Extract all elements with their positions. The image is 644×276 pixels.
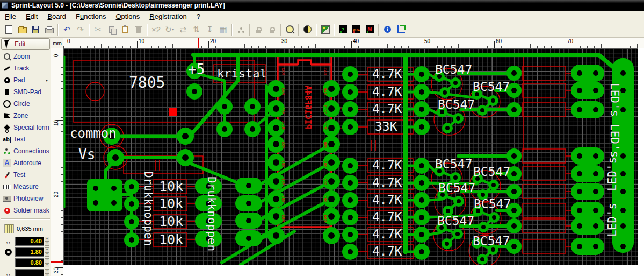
toolbar-separator: [231, 24, 233, 36]
pad-outer-field[interactable]: 1.80: [15, 247, 44, 257]
h-ruler-tick: 20: [210, 38, 216, 44]
macro-button[interactable]: M: [363, 23, 377, 36]
new-button[interactable]: [2, 23, 16, 36]
tool-autoroute[interactable]: AAutoroute: [0, 157, 51, 169]
undo-button[interactable]: ↶: [60, 23, 74, 36]
tool-photoview[interactable]: Photoview: [0, 193, 51, 204]
tool-smd-pad[interactable]: SMD-Pad: [0, 86, 51, 98]
pcb-text-bc547: BC547: [435, 63, 472, 76]
tool-zone[interactable]: Zone: [0, 110, 51, 122]
ic-pin-label: RB5: [323, 195, 327, 202]
ic-pin-label: VSS: [281, 141, 285, 148]
test-button[interactable]: ?: [336, 23, 350, 36]
h-mid-ticks: [63, 44, 644, 48]
snap-button[interactable]: [394, 23, 408, 36]
ic-pin-label: OSC2: [323, 121, 327, 130]
grid-value: 0,635 mm: [17, 225, 43, 232]
pcb-text-bc547: BC547: [438, 98, 475, 111]
title-bar: Sprint-Layout 5.0 - [C:\Users\Sonnie\Des…: [0, 0, 644, 11]
canvas-area[interactable]: 7805+5kristalcommonVsDrukknoppen10k10k10…: [63, 48, 644, 276]
copy-icon: [109, 26, 114, 33]
smd-tool-icon: [5, 89, 9, 95]
autoroute-button[interactable]: [319, 23, 332, 36]
delete-button: [132, 23, 145, 36]
pad-dropdown-icon[interactable]: ▾: [46, 78, 48, 83]
partial-field[interactable]: [15, 269, 44, 276]
pcb-text-drukknoppen: Drukknoppen: [142, 171, 154, 246]
pcb-board[interactable]: 7805+5kristalcommonVsDrukknoppen10k10k10…: [63, 48, 638, 265]
lock-button: [252, 23, 265, 36]
tool-label: Autoroute: [13, 159, 41, 167]
tool-connections[interactable]: Connections: [0, 145, 51, 157]
rotate-dropdown-icon[interactable]: ▾: [172, 27, 175, 32]
tool-pad[interactable]: Pad▾: [0, 74, 51, 86]
save-icon: [32, 26, 39, 33]
drc-button[interactable]: DRC: [350, 23, 363, 36]
info-button[interactable]: i: [381, 23, 394, 36]
menu-[interactable]: ?: [192, 12, 205, 21]
tool-circle[interactable]: Circle: [0, 98, 51, 110]
toolbar-separator: [378, 24, 379, 36]
toolbar-separator: [280, 24, 281, 36]
h-ruler-tick: 70: [567, 38, 573, 44]
menu-options[interactable]: Options: [111, 12, 144, 21]
track-width-field[interactable]: 0.40: [15, 237, 44, 246]
lock-icon: [256, 30, 261, 33]
pcb-text-5: +5: [188, 62, 205, 76]
paste-button[interactable]: [118, 23, 132, 36]
tool-measure[interactable]: Measure: [0, 181, 51, 193]
solder-tool-icon: [4, 208, 10, 214]
pcb-text-kristal: kristal: [217, 68, 267, 80]
h-ruler-tick: 60: [496, 38, 502, 44]
menu-edit[interactable]: Edit: [21, 12, 42, 21]
ic-name-text: PIC16F84A: [303, 86, 312, 129]
menu-functions[interactable]: Functions: [71, 12, 111, 21]
pad-outer-spinner[interactable]: ▲▼: [45, 247, 49, 257]
tool-panel: EditZoomTrackPad▾SMD-PadCircleZoneSpecia…: [0, 38, 52, 276]
tool-edit[interactable]: Edit: [1, 38, 50, 50]
test-tool-icon: [4, 172, 10, 178]
photoview-button[interactable]: [301, 23, 314, 36]
tool-track[interactable]: Track: [0, 62, 51, 74]
zoom-tool-icon: [4, 53, 10, 60]
special-tool-icon: [4, 124, 10, 130]
partial-spinner[interactable]: ▲▼: [45, 269, 49, 276]
toolbar-separator: [298, 24, 299, 36]
tool-test[interactable]: Test: [0, 169, 51, 181]
zoom-tool-button[interactable]: [283, 23, 296, 36]
tool-zoom[interactable]: Zoom: [0, 51, 51, 62]
text-tool-icon: ab|: [3, 136, 11, 143]
track-tool-icon: [4, 66, 10, 70]
print-icon: [45, 28, 54, 33]
flip-vertical-icon: ⇅: [193, 25, 200, 33]
grid-icon[interactable]: [4, 224, 14, 233]
pcb-text-leds: LED's: [607, 203, 618, 237]
menu-board[interactable]: Board: [42, 12, 71, 21]
track-width-spinner[interactable]: ▲▼: [45, 237, 49, 246]
tool-text[interactable]: ab|Text: [0, 133, 51, 145]
menu-registration[interactable]: Registration: [144, 12, 191, 21]
pad-drill-spinner[interactable]: ▲▼: [45, 258, 49, 267]
save-button[interactable]: [29, 23, 42, 36]
menu-file[interactable]: File: [0, 12, 21, 21]
tool-label: Measure: [13, 183, 39, 190]
toolbar-separator: [89, 24, 90, 36]
redo-button: ↷: [74, 23, 87, 36]
unlock-button: [265, 23, 279, 36]
copy-button: [105, 23, 118, 36]
ic-pin-label: RA3: [281, 88, 285, 95]
conn-tool-icon: [4, 148, 10, 154]
cursor-tool-icon: [4, 39, 11, 49]
pad-drill-field[interactable]: 0.80: [15, 258, 44, 267]
ic-pin-label: RB4: [323, 215, 327, 222]
open-button[interactable]: [16, 23, 29, 36]
flip-horizontal-button: ⇄: [176, 23, 190, 36]
pad-tool-icon: [4, 77, 10, 83]
unlock-icon: [270, 30, 274, 33]
ruler-unit: mm: [51, 38, 64, 49]
tool-solder-mask[interactable]: Solder mask: [0, 204, 51, 216]
tool-label: Test: [13, 171, 25, 179]
print-button[interactable]: [42, 23, 56, 36]
tool-special-form[interactable]: Special form: [0, 122, 51, 133]
pcb-text-bc547: BC547: [473, 81, 510, 93]
